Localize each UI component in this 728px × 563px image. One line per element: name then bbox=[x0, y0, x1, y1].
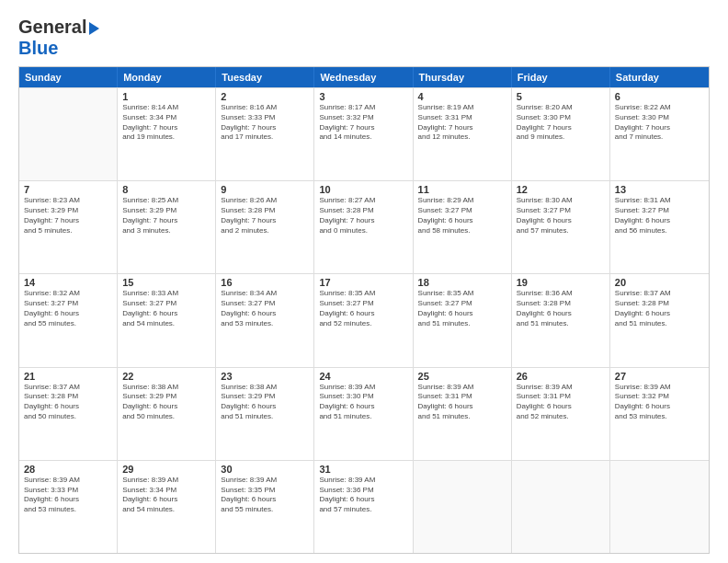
day-info: Sunrise: 8:32 AMSunset: 3:27 PMDaylight:… bbox=[24, 289, 112, 328]
cal-cell-15: 15Sunrise: 8:33 AMSunset: 3:27 PMDayligh… bbox=[118, 274, 216, 366]
day-number: 24 bbox=[319, 371, 407, 382]
cal-cell-30: 30Sunrise: 8:39 AMSunset: 3:35 PMDayligh… bbox=[216, 461, 314, 553]
page: General Blue SundayMondayTuesdayWednesda… bbox=[0, 0, 728, 563]
cal-cell-29: 29Sunrise: 8:39 AMSunset: 3:34 PMDayligh… bbox=[118, 461, 216, 553]
cal-cell-4: 4Sunrise: 8:19 AMSunset: 3:31 PMDaylight… bbox=[414, 88, 512, 180]
day-number: 19 bbox=[517, 277, 605, 288]
day-number: 29 bbox=[122, 464, 210, 475]
header-day-wednesday: Wednesday bbox=[314, 67, 413, 87]
cal-cell-5: 5Sunrise: 8:20 AMSunset: 3:30 PMDaylight… bbox=[512, 88, 610, 180]
day-info: Sunrise: 8:22 AMSunset: 3:30 PMDaylight:… bbox=[615, 103, 704, 143]
cal-row-0: 1Sunrise: 8:14 AMSunset: 3:34 PMDaylight… bbox=[19, 87, 709, 180]
cal-cell-empty-0-0 bbox=[19, 88, 118, 180]
day-number: 1 bbox=[122, 91, 210, 102]
logo-blue: Blue bbox=[18, 38, 58, 58]
day-info: Sunrise: 8:38 AMSunset: 3:29 PMDaylight:… bbox=[221, 383, 309, 422]
day-number: 22 bbox=[122, 371, 210, 382]
day-info: Sunrise: 8:37 AMSunset: 3:28 PMDaylight:… bbox=[615, 289, 704, 328]
cal-cell-27: 27Sunrise: 8:39 AMSunset: 3:32 PMDayligh… bbox=[610, 368, 709, 460]
header-day-monday: Monday bbox=[118, 67, 216, 87]
day-info: Sunrise: 8:19 AMSunset: 3:31 PMDaylight:… bbox=[418, 103, 506, 143]
day-info: Sunrise: 8:33 AMSunset: 3:27 PMDaylight:… bbox=[122, 289, 210, 328]
day-number: 25 bbox=[418, 371, 506, 382]
header-day-tuesday: Tuesday bbox=[216, 67, 314, 87]
day-number: 26 bbox=[517, 371, 605, 382]
day-info: Sunrise: 8:38 AMSunset: 3:29 PMDaylight:… bbox=[122, 383, 210, 422]
day-info: Sunrise: 8:39 AMSunset: 3:36 PMDaylight:… bbox=[319, 476, 407, 515]
day-number: 9 bbox=[221, 184, 309, 195]
cal-cell-11: 11Sunrise: 8:29 AMSunset: 3:27 PMDayligh… bbox=[414, 181, 512, 273]
day-number: 4 bbox=[418, 91, 506, 102]
cal-cell-18: 18Sunrise: 8:35 AMSunset: 3:27 PMDayligh… bbox=[414, 274, 512, 366]
day-number: 5 bbox=[517, 91, 605, 102]
day-number: 30 bbox=[221, 464, 309, 475]
cal-cell-13: 13Sunrise: 8:31 AMSunset: 3:27 PMDayligh… bbox=[610, 181, 709, 273]
day-number: 14 bbox=[24, 277, 112, 288]
day-info: Sunrise: 8:31 AMSunset: 3:27 PMDaylight:… bbox=[615, 196, 704, 236]
day-info: Sunrise: 8:25 AMSunset: 3:29 PMDaylight:… bbox=[122, 196, 210, 236]
day-info: Sunrise: 8:39 AMSunset: 3:31 PMDaylight:… bbox=[418, 383, 506, 422]
calendar-header: SundayMondayTuesdayWednesdayThursdayFrid… bbox=[19, 67, 709, 87]
header-day-friday: Friday bbox=[512, 67, 610, 87]
day-number: 27 bbox=[615, 371, 704, 382]
day-info: Sunrise: 8:26 AMSunset: 3:28 PMDaylight:… bbox=[221, 196, 309, 236]
header-day-saturday: Saturday bbox=[610, 67, 709, 87]
day-number: 3 bbox=[319, 91, 407, 102]
calendar: SundayMondayTuesdayWednesdayThursdayFrid… bbox=[18, 66, 710, 554]
cal-cell-31: 31Sunrise: 8:39 AMSunset: 3:36 PMDayligh… bbox=[314, 461, 413, 553]
cal-cell-3: 3Sunrise: 8:17 AMSunset: 3:32 PMDaylight… bbox=[314, 88, 413, 180]
cal-cell-12: 12Sunrise: 8:30 AMSunset: 3:27 PMDayligh… bbox=[512, 181, 610, 273]
cal-cell-2: 2Sunrise: 8:16 AMSunset: 3:33 PMDaylight… bbox=[216, 88, 314, 180]
header-day-thursday: Thursday bbox=[414, 67, 512, 87]
calendar-body: 1Sunrise: 8:14 AMSunset: 3:34 PMDaylight… bbox=[19, 87, 709, 553]
cal-cell-6: 6Sunrise: 8:22 AMSunset: 3:30 PMDaylight… bbox=[610, 88, 709, 180]
day-info: Sunrise: 8:16 AMSunset: 3:33 PMDaylight:… bbox=[221, 103, 309, 143]
day-number: 18 bbox=[418, 277, 506, 288]
cal-cell-empty-4-5 bbox=[512, 461, 610, 553]
day-info: Sunrise: 8:30 AMSunset: 3:27 PMDaylight:… bbox=[517, 196, 605, 236]
cal-cell-23: 23Sunrise: 8:38 AMSunset: 3:29 PMDayligh… bbox=[216, 368, 314, 460]
day-info: Sunrise: 8:39 AMSunset: 3:30 PMDaylight:… bbox=[319, 383, 407, 422]
cal-cell-20: 20Sunrise: 8:37 AMSunset: 3:28 PMDayligh… bbox=[610, 274, 709, 366]
day-number: 21 bbox=[24, 371, 112, 382]
day-info: Sunrise: 8:23 AMSunset: 3:29 PMDaylight:… bbox=[24, 196, 112, 236]
cal-cell-21: 21Sunrise: 8:37 AMSunset: 3:28 PMDayligh… bbox=[19, 368, 118, 460]
cal-cell-16: 16Sunrise: 8:34 AMSunset: 3:27 PMDayligh… bbox=[216, 274, 314, 366]
cal-cell-10: 10Sunrise: 8:27 AMSunset: 3:28 PMDayligh… bbox=[314, 181, 413, 273]
day-number: 23 bbox=[221, 371, 309, 382]
cal-cell-19: 19Sunrise: 8:36 AMSunset: 3:28 PMDayligh… bbox=[512, 274, 610, 366]
cal-cell-8: 8Sunrise: 8:25 AMSunset: 3:29 PMDaylight… bbox=[118, 181, 216, 273]
header: General Blue bbox=[18, 17, 710, 59]
day-info: Sunrise: 8:14 AMSunset: 3:34 PMDaylight:… bbox=[122, 103, 210, 143]
cal-row-1: 7Sunrise: 8:23 AMSunset: 3:29 PMDaylight… bbox=[19, 180, 709, 273]
cal-cell-14: 14Sunrise: 8:32 AMSunset: 3:27 PMDayligh… bbox=[19, 274, 118, 366]
day-info: Sunrise: 8:34 AMSunset: 3:27 PMDaylight:… bbox=[221, 289, 309, 328]
logo-general: General bbox=[18, 17, 86, 38]
day-info: Sunrise: 8:39 AMSunset: 3:34 PMDaylight:… bbox=[122, 476, 210, 515]
cal-cell-7: 7Sunrise: 8:23 AMSunset: 3:29 PMDaylight… bbox=[19, 181, 118, 273]
day-number: 7 bbox=[24, 184, 112, 195]
day-number: 13 bbox=[615, 184, 704, 195]
day-number: 12 bbox=[517, 184, 605, 195]
day-info: Sunrise: 8:27 AMSunset: 3:28 PMDaylight:… bbox=[319, 196, 407, 236]
day-info: Sunrise: 8:39 AMSunset: 3:32 PMDaylight:… bbox=[615, 383, 704, 422]
cal-cell-9: 9Sunrise: 8:26 AMSunset: 3:28 PMDaylight… bbox=[216, 181, 314, 273]
cal-cell-1: 1Sunrise: 8:14 AMSunset: 3:34 PMDaylight… bbox=[118, 88, 216, 180]
day-info: Sunrise: 8:29 AMSunset: 3:27 PMDaylight:… bbox=[418, 196, 506, 236]
day-info: Sunrise: 8:39 AMSunset: 3:31 PMDaylight:… bbox=[517, 383, 605, 422]
cal-cell-28: 28Sunrise: 8:39 AMSunset: 3:33 PMDayligh… bbox=[19, 461, 118, 553]
day-info: Sunrise: 8:35 AMSunset: 3:27 PMDaylight:… bbox=[418, 289, 506, 328]
header-day-sunday: Sunday bbox=[19, 67, 118, 87]
day-info: Sunrise: 8:36 AMSunset: 3:28 PMDaylight:… bbox=[517, 289, 605, 328]
logo-arrow-icon bbox=[89, 22, 99, 35]
day-number: 16 bbox=[221, 277, 309, 288]
day-info: Sunrise: 8:20 AMSunset: 3:30 PMDaylight:… bbox=[517, 103, 605, 143]
day-number: 15 bbox=[122, 277, 210, 288]
cal-row-4: 28Sunrise: 8:39 AMSunset: 3:33 PMDayligh… bbox=[19, 460, 709, 553]
day-number: 10 bbox=[319, 184, 407, 195]
day-info: Sunrise: 8:39 AMSunset: 3:33 PMDaylight:… bbox=[24, 476, 112, 515]
cal-row-3: 21Sunrise: 8:37 AMSunset: 3:28 PMDayligh… bbox=[19, 367, 709, 460]
cal-cell-24: 24Sunrise: 8:39 AMSunset: 3:30 PMDayligh… bbox=[314, 368, 413, 460]
day-number: 31 bbox=[319, 464, 407, 475]
cal-cell-26: 26Sunrise: 8:39 AMSunset: 3:31 PMDayligh… bbox=[512, 368, 610, 460]
